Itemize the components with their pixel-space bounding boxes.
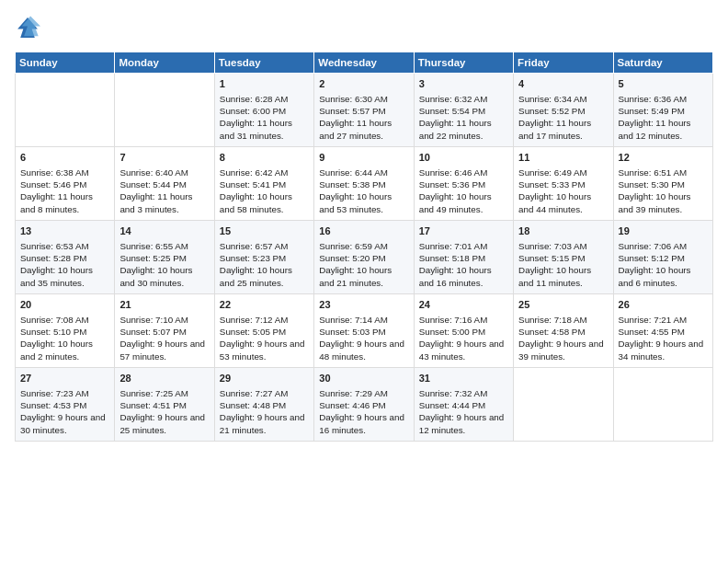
- sunset-label: Sunset: 5:41 PM: [220, 179, 286, 190]
- sunrise-label: Sunrise: 6:44 AM: [319, 167, 388, 178]
- day-number: 31: [419, 372, 508, 385]
- daylight-label: Daylight: 11 hours and 22 minutes.: [419, 118, 492, 140]
- cell-content: 9Sunrise: 6:44 AMSunset: 5:38 PMDaylight…: [319, 151, 408, 215]
- cell-content: 17Sunrise: 7:01 AMSunset: 5:18 PMDayligh…: [419, 224, 508, 289]
- calendar-cell: [16, 74, 115, 147]
- daylight-label: Daylight: 10 hours and 53 minutes.: [319, 191, 392, 213]
- sunrise-label: Sunrise: 7:08 AM: [20, 315, 89, 325]
- sunrise-label: Sunrise: 6:34 AM: [518, 94, 587, 104]
- calendar-cell: 24Sunrise: 7:16 AMSunset: 5:00 PMDayligh…: [414, 294, 513, 368]
- day-number: 29: [220, 372, 309, 385]
- sunset-label: Sunset: 5:46 PM: [20, 179, 86, 190]
- calendar-cell: 31Sunrise: 7:32 AMSunset: 4:44 PMDayligh…: [414, 368, 513, 442]
- cell-content: 14Sunrise: 6:55 AMSunset: 5:25 PMDayligh…: [119, 224, 209, 289]
- sunset-label: Sunset: 5:54 PM: [419, 106, 485, 116]
- calendar-cell: [613, 368, 712, 442]
- daylight-label: Daylight: 10 hours and 25 minutes.: [220, 265, 292, 287]
- sunrise-label: Sunrise: 6:57 AM: [220, 241, 289, 251]
- sunset-label: Sunset: 5:12 PM: [619, 253, 685, 263]
- cell-content: 30Sunrise: 7:29 AMSunset: 4:46 PMDayligh…: [319, 372, 408, 436]
- calendar-week-4: 20Sunrise: 7:08 AMSunset: 5:10 PMDayligh…: [16, 294, 713, 368]
- col-header-friday: Friday: [514, 52, 613, 74]
- daylight-label: Daylight: 9 hours and 39 minutes.: [518, 339, 604, 361]
- sunset-label: Sunset: 5:23 PM: [220, 253, 286, 263]
- calendar-cell: [514, 368, 613, 442]
- calendar-cell: 1Sunrise: 6:28 AMSunset: 6:00 PMDaylight…: [214, 74, 313, 147]
- cell-content: 2Sunrise: 6:30 AMSunset: 5:57 PMDaylight…: [319, 77, 408, 142]
- day-number: 30: [319, 372, 408, 385]
- sunrise-label: Sunrise: 6:40 AM: [119, 167, 188, 178]
- sunrise-label: Sunrise: 7:03 AM: [518, 241, 587, 251]
- sunrise-label: Sunrise: 6:55 AM: [119, 241, 188, 251]
- calendar-cell: 6Sunrise: 6:38 AMSunset: 5:46 PMDaylight…: [16, 147, 115, 221]
- daylight-label: Daylight: 10 hours and 21 minutes.: [319, 265, 392, 287]
- cell-content: 1Sunrise: 6:28 AMSunset: 6:00 PMDaylight…: [220, 77, 309, 142]
- sunrise-label: Sunrise: 6:42 AM: [220, 167, 289, 178]
- calendar-cell: 20Sunrise: 7:08 AMSunset: 5:10 PMDayligh…: [16, 294, 115, 368]
- daylight-label: Daylight: 10 hours and 44 minutes.: [518, 191, 591, 213]
- calendar-cell: 13Sunrise: 6:53 AMSunset: 5:28 PMDayligh…: [16, 221, 115, 294]
- day-number: 17: [419, 224, 508, 238]
- calendar-cell: 23Sunrise: 7:14 AMSunset: 5:03 PMDayligh…: [314, 294, 414, 368]
- col-header-sunday: Sunday: [16, 52, 115, 74]
- daylight-label: Daylight: 9 hours and 43 minutes.: [419, 339, 505, 361]
- sunrise-label: Sunrise: 7:25 AM: [119, 388, 188, 398]
- daylight-label: Daylight: 10 hours and 6 minutes.: [619, 265, 691, 287]
- day-number: 16: [319, 224, 408, 238]
- sunset-label: Sunset: 5:30 PM: [619, 179, 685, 190]
- col-header-wednesday: Wednesday: [314, 52, 414, 74]
- calendar-cell: 11Sunrise: 6:49 AMSunset: 5:33 PMDayligh…: [514, 147, 613, 221]
- sunrise-label: Sunrise: 6:32 AM: [419, 94, 488, 104]
- cell-content: 31Sunrise: 7:32 AMSunset: 4:44 PMDayligh…: [419, 372, 508, 436]
- cell-content: 26Sunrise: 7:21 AMSunset: 4:55 PMDayligh…: [619, 298, 708, 362]
- cell-content: 6Sunrise: 6:38 AMSunset: 5:46 PMDaylight…: [20, 151, 109, 215]
- day-number: 3: [419, 77, 508, 91]
- daylight-label: Daylight: 9 hours and 30 minutes.: [20, 412, 106, 434]
- col-header-saturday: Saturday: [613, 52, 712, 74]
- day-number: 1: [220, 77, 309, 91]
- col-header-monday: Monday: [115, 52, 214, 74]
- calendar-cell: 7Sunrise: 6:40 AMSunset: 5:44 PMDaylight…: [115, 147, 214, 221]
- calendar-cell: 12Sunrise: 6:51 AMSunset: 5:30 PMDayligh…: [613, 147, 712, 221]
- cell-content: 7Sunrise: 6:40 AMSunset: 5:44 PMDaylight…: [119, 151, 209, 215]
- calendar-cell: 14Sunrise: 6:55 AMSunset: 5:25 PMDayligh…: [115, 221, 214, 294]
- sunset-label: Sunset: 5:10 PM: [20, 327, 86, 337]
- sunrise-label: Sunrise: 6:49 AM: [518, 167, 587, 178]
- cell-content: 19Sunrise: 7:06 AMSunset: 5:12 PMDayligh…: [619, 224, 708, 289]
- day-number: 23: [319, 298, 408, 312]
- cell-content: 11Sunrise: 6:49 AMSunset: 5:33 PMDayligh…: [518, 151, 608, 215]
- sunset-label: Sunset: 5:36 PM: [419, 179, 485, 190]
- day-number: 20: [20, 298, 109, 312]
- calendar-cell: 4Sunrise: 6:34 AMSunset: 5:52 PMDaylight…: [514, 74, 613, 147]
- daylight-label: Daylight: 9 hours and 25 minutes.: [119, 412, 205, 434]
- sunset-label: Sunset: 4:55 PM: [619, 327, 685, 337]
- daylight-label: Daylight: 11 hours and 8 minutes.: [20, 191, 93, 213]
- calendar-cell: 3Sunrise: 6:32 AMSunset: 5:54 PMDaylight…: [414, 74, 513, 147]
- sunrise-label: Sunrise: 7:21 AM: [619, 315, 688, 325]
- day-number: 6: [20, 151, 109, 165]
- cell-content: 22Sunrise: 7:12 AMSunset: 5:05 PMDayligh…: [220, 298, 309, 362]
- cell-content: 20Sunrise: 7:08 AMSunset: 5:10 PMDayligh…: [20, 298, 109, 362]
- day-number: 8: [220, 151, 309, 165]
- sunrise-label: Sunrise: 6:28 AM: [220, 94, 289, 104]
- day-number: 5: [619, 77, 708, 91]
- sunrise-label: Sunrise: 7:10 AM: [119, 315, 188, 325]
- calendar-cell: 25Sunrise: 7:18 AMSunset: 4:58 PMDayligh…: [514, 294, 613, 368]
- daylight-label: Daylight: 10 hours and 35 minutes.: [20, 265, 93, 287]
- day-number: 22: [220, 298, 309, 312]
- sunset-label: Sunset: 5:15 PM: [518, 253, 585, 263]
- day-number: 15: [220, 224, 309, 238]
- sunrise-label: Sunrise: 6:36 AM: [619, 94, 688, 104]
- logo-icon: [15, 15, 40, 40]
- calendar-table: SundayMondayTuesdayWednesdayThursdayFrid…: [15, 52, 713, 442]
- calendar-cell: 18Sunrise: 7:03 AMSunset: 5:15 PMDayligh…: [514, 221, 613, 294]
- sunrise-label: Sunrise: 7:14 AM: [319, 315, 388, 325]
- col-header-tuesday: Tuesday: [214, 52, 313, 74]
- daylight-label: Daylight: 9 hours and 12 minutes.: [419, 412, 505, 434]
- day-number: 10: [419, 151, 508, 165]
- day-number: 21: [119, 298, 209, 312]
- sunset-label: Sunset: 5:44 PM: [119, 179, 186, 190]
- daylight-label: Daylight: 9 hours and 21 minutes.: [220, 412, 305, 434]
- day-number: 27: [20, 372, 109, 385]
- day-number: 19: [619, 224, 708, 238]
